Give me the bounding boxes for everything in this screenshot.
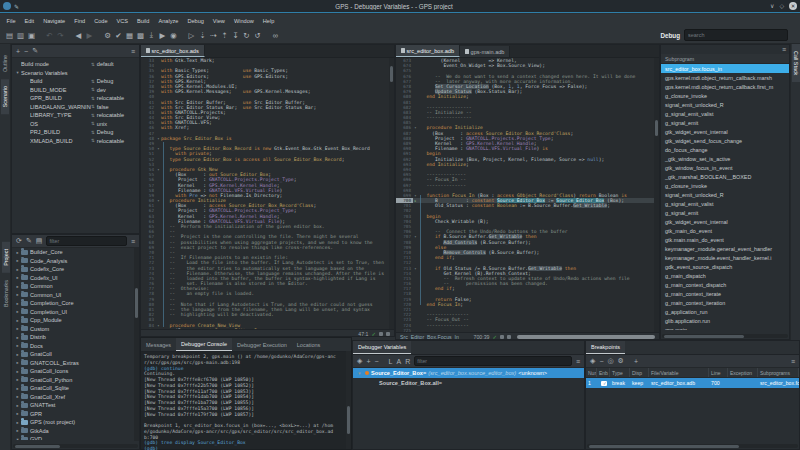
menu-code[interactable]: Code — [90, 18, 112, 24]
stack-frame[interactable]: _gtk_window_set_is_active — [661, 154, 789, 163]
ed-left-vscrollbar[interactable] — [389, 58, 394, 329]
console-vscrollbar[interactable] — [346, 351, 351, 449]
show-locals-icon[interactable]: L — [389, 358, 393, 365]
tree-item-code-analysis[interactable]: ▸Code_Analysis — [12, 257, 139, 266]
scenario-variable-value[interactable]: ⇅unix — [91, 121, 139, 127]
editor-tab[interactable]: gps-main.adb — [460, 46, 510, 57]
debugger-icon[interactable]: ◈ — [357, 357, 362, 365]
stack-frame[interactable]: gps.kernel.mdi.object_return_callback.fi… — [661, 82, 789, 91]
open-file-icon[interactable]: ▥ — [15, 31, 26, 40]
debugger-icon[interactable]: ◈ — [590, 357, 595, 365]
chevron-right-icon[interactable]: ▸ — [14, 258, 21, 263]
close-button[interactable]: ✕ — [789, 2, 797, 10]
add-variable-icon[interactable]: + — [366, 358, 370, 365]
tree-item-gnatcoll[interactable]: ▸GnatColl — [12, 350, 139, 359]
stack-frame[interactable]: g_closure_invoke — [661, 181, 789, 190]
console-tab-debugger-execution[interactable]: Debugger Execution — [232, 338, 292, 351]
hamburger-icon[interactable]: ≡ — [131, 238, 135, 245]
stack-frame[interactable]: gps.kernel.mdi.object_return_callback.ma… — [661, 73, 789, 82]
stack-frame[interactable]: gtk_main_do_event — [661, 226, 789, 235]
chevron-right-icon[interactable]: ▸ — [14, 403, 21, 408]
hamburger-icon[interactable]: ≡ — [791, 358, 795, 365]
tab-scenario[interactable]: Scenario — [1, 79, 9, 114]
console-tab-debugger-console[interactable]: Debugger Console — [176, 338, 232, 351]
scenario-variable-value[interactable]: ⇅dev — [91, 87, 139, 93]
new-file-icon[interactable]: ▤ — [4, 31, 15, 40]
hamburger-icon[interactable]: ≡ — [576, 358, 580, 365]
ed-right-code[interactable]: 673 (Kernel => Kernel,674 Event_On_Widge… — [396, 58, 659, 332]
console-output[interactable]: Temporary breakpoint 2, gps.main () at /… — [141, 352, 351, 450]
scenario-row[interactable]: GPR_BUILD⇅relocatable — [12, 94, 139, 103]
chevron-right-icon[interactable]: ▸ — [14, 411, 21, 416]
menu-file[interactable]: File — [2, 18, 20, 24]
scenario-row[interactable]: LIBRARY_TYPE⇅relocatable — [12, 111, 139, 120]
chevron-right-icon[interactable]: ▸ — [14, 284, 21, 289]
hamburger-icon[interactable]: ≡ — [782, 46, 786, 53]
tab-project[interactable]: Project — [2, 242, 10, 273]
scenario-row[interactable]: ▾Scenario Variables — [12, 69, 139, 78]
scenario-variable-value[interactable]: ⇅relocatable — [91, 112, 139, 118]
tree-item-gps-root-project-[interactable]: ▸GPS (root project) — [12, 418, 139, 427]
call-stack-hscrollbar[interactable] — [662, 334, 788, 338]
tree-item-gpr[interactable]: ▸GPR — [12, 410, 139, 419]
chevron-down-icon[interactable]: ▾ — [14, 437, 21, 440]
chevron-right-icon[interactable]: ▸ — [14, 369, 21, 374]
scenario-row[interactable]: Build⇅Debug — [12, 77, 139, 86]
breakpoints-hscrollbar[interactable] — [587, 444, 798, 448]
chevron-right-icon[interactable]: ▸ — [14, 377, 21, 382]
chevron-right-icon[interactable]: ▸ — [14, 326, 21, 331]
scenario-row[interactable]: OS⇅unix — [12, 120, 139, 129]
stack-frame[interactable]: gtk_widget_event_internal — [661, 127, 789, 136]
maximize-button[interactable]: ◇ — [779, 2, 784, 10]
tab-outline[interactable]: Outline — [1, 48, 9, 79]
scroll-thumb[interactable] — [390, 66, 393, 82]
remove-icon[interactable]: − — [24, 48, 28, 55]
check-semantic-icon[interactable]: ✔ — [113, 31, 124, 40]
chevron-right-icon[interactable]: ▸ — [14, 420, 21, 425]
tab-call-stack[interactable]: Call Stack — [792, 44, 800, 82]
stack-frame[interactable]: g_signal_emit — [661, 118, 789, 127]
menu-vcs[interactable]: VCS — [112, 18, 133, 24]
show-arguments-icon[interactable]: A — [396, 358, 401, 365]
scenario-row[interactable]: BUILD_MODE⇅dev — [12, 86, 139, 95]
stack-frame[interactable]: g_main_context_dispatch — [661, 280, 789, 289]
scenario-variable-value[interactable]: ⇅Debug — [91, 129, 139, 135]
edit-icon[interactable]: ✎ — [32, 47, 38, 55]
ed-left-code[interactable]: 33with Gtk.Text_Mark;3435with Basic_Type… — [141, 58, 394, 329]
tree-item-gnattest[interactable]: ▸GNATTest — [12, 401, 139, 410]
scenario-row[interactable]: XMLADA_BUILD⇅relocatable — [12, 137, 139, 146]
menu-help[interactable]: Help — [258, 18, 279, 24]
refresh-icon[interactable]: ⟳ — [16, 237, 22, 245]
scenario-row[interactable]: LIBADALANG_WARNINGS⇅false — [12, 103, 139, 112]
run-main-icon[interactable]: ▶ — [157, 31, 168, 40]
project-hscrollbar[interactable] — [13, 444, 138, 448]
remove-breakpoint-icon[interactable]: − — [599, 358, 603, 365]
tree-item-gvd[interactable]: ▾GVD — [12, 435, 139, 440]
chevron-right-icon[interactable]: ▸ — [14, 250, 21, 255]
view-breakpoint-icon[interactable]: ◎ — [607, 357, 613, 365]
stack-frame[interactable]: _gtk_marshal_BOOLEAN__BOXED — [661, 172, 789, 181]
scroll-thumb[interactable] — [655, 120, 658, 136]
chevron-right-icon[interactable]: ▸ — [14, 292, 21, 297]
scenario-row[interactable]: PRJ_BUILD⇅Debug — [12, 128, 139, 137]
variable-row[interactable]: ▼Source_Editor_Box = (src_editor_box.sou… — [353, 368, 584, 378]
tree-item-gnatcoll-python[interactable]: ▸GnatColl_Python — [12, 376, 139, 385]
stack-frame[interactable]: glib.application.run — [661, 316, 789, 325]
variable-row[interactable]: Source_Editor_Box.all = — [353, 378, 584, 388]
menu-find[interactable]: Find — [70, 18, 90, 24]
step-out-icon[interactable]: ⇡ — [219, 31, 230, 40]
tab-bookmarks[interactable]: Bookmarks — [2, 273, 10, 314]
line-number[interactable]: 85 — [141, 328, 156, 329]
menu-navigate[interactable]: Navigate — [39, 18, 70, 24]
chevron-right-icon[interactable]: ▸ — [14, 360, 21, 365]
tree-item-docs[interactable]: ▸Docs — [12, 342, 139, 351]
editor-hscrollbar[interactable] — [517, 335, 655, 339]
tree-item-gtkada[interactable]: ▸GtkAda — [12, 427, 139, 436]
tab-breakpoints[interactable]: Breakpoints — [586, 341, 625, 354]
project-vscrollbar[interactable] — [134, 248, 139, 441]
menu-debug[interactable]: Debug — [183, 18, 208, 24]
stack-frame[interactable]: g_application_run — [661, 307, 789, 316]
editor-tab[interactable]: src_editor_box.ads — [141, 45, 205, 57]
tree-item-distrib[interactable]: ▸Distrib — [12, 333, 139, 342]
run-to-line-icon[interactable]: ↧ — [230, 31, 241, 40]
